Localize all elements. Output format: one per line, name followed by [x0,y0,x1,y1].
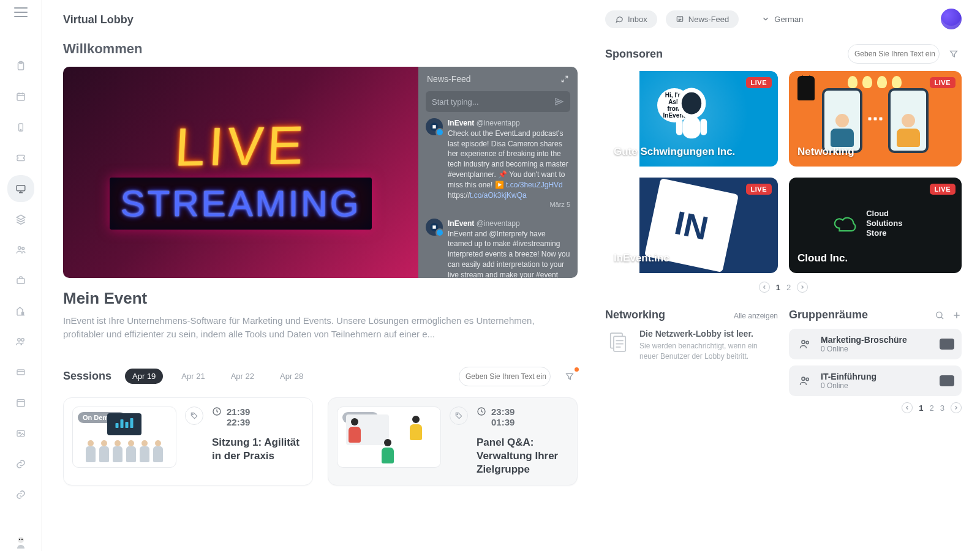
sponsor-filter-button[interactable] [946,46,962,62]
send-icon[interactable] [554,97,564,107]
pager-prev-button[interactable] [759,282,770,293]
expand-icon[interactable] [560,75,569,83]
group-room-item[interactable]: Marketing-Broschüre 0 Online [789,329,962,359]
event-description: InEvent ist Ihre Unternehmens-Software f… [63,314,541,341]
sponsors-heading: Sponsoren [605,48,663,61]
pager-page[interactable]: 1 [776,283,780,292]
calendar-nav-icon[interactable] [12,88,29,105]
chat-icon [615,15,624,23]
session-search-field[interactable] [466,372,557,381]
clock-icon [212,407,222,416]
newsfeed-label: News-Feed [688,15,729,24]
svg-point-36 [802,340,805,343]
session-date-tab[interactable]: Apr 22 [224,369,262,384]
link-nav-icon[interactable] [12,455,29,473]
hero-streaming-text: STREAMING [121,182,361,225]
welcome-heading: Willkommen [63,41,578,57]
post-author: InEvent [448,119,474,127]
grouprooms-add-button[interactable] [952,310,962,320]
pager-next-button[interactable] [797,282,808,293]
grouprooms-heading: Gruppenräume [789,309,868,321]
session-filter-button[interactable] [562,369,578,384]
building-nav-icon[interactable] [12,302,29,320]
svg-rect-11 [17,370,24,375]
tag-icon[interactable] [185,407,203,425]
ticket-nav-icon[interactable] [12,149,29,167]
layers-nav-icon[interactable] [12,211,29,228]
sponsor-card[interactable]: LIVE Cloud Solutions Store Cloud Inc. [789,178,962,273]
card-nav-icon[interactable] [12,364,29,381]
room-name: IT-Einführung [821,372,932,381]
newsfeed-chip[interactable]: News-Feed [666,10,739,28]
clipboard-nav-icon[interactable] [12,58,29,75]
virtual-lobby-nav-icon[interactable] [12,180,29,197]
schedule-nav-icon[interactable] [12,394,29,411]
session-card[interactable]: Beendet 23:39 01:39 [328,397,578,485]
sessions-heading: Sessions [63,370,111,383]
photo-nav-icon[interactable] [12,425,29,442]
session-search-input[interactable] [459,367,551,386]
tag-icon[interactable] [450,407,468,425]
feed-title: News-Feed [427,74,471,84]
group-room-item[interactable]: IT-Einführung 0 Online [789,365,962,396]
phone-nav-icon[interactable] [12,119,29,136]
svg-rect-30 [683,116,701,138]
camera-icon[interactable] [940,375,954,386]
pager-page[interactable]: 2 [786,283,791,292]
link2-nav-icon[interactable] [12,486,29,503]
page-title: Virtual Lobby [63,13,578,26]
sponsor-title: InEvent.inc [614,252,669,264]
session-title: Panel Q&A: Verwaltung Ihrer Zielgruppe [477,436,568,476]
session-card[interactable]: On Demand 21:39 22:39 [63,397,313,485]
pager-prev-button[interactable] [902,402,913,413]
bot-avatar-icon[interactable] [12,534,29,551]
svg-point-39 [806,378,809,380]
sponsor-title: Gute Schwingungen Inc. [614,146,735,158]
camera-icon[interactable] [940,339,954,350]
session-time-start: 21:39 [227,407,250,417]
news-feed-panel: News-Feed Start typing... InEve [418,67,578,278]
feed-post[interactable]: InEvent @ineventapp Check out the EventL… [426,118,570,210]
sponsor-card[interactable]: LIVE IN InEvent.inc [605,178,778,273]
grouprooms-search-button[interactable] [935,310,944,320]
sponsor-title: Networking [797,146,854,158]
sponsor-search-input[interactable] [848,44,940,64]
clock-icon [477,407,486,416]
svg-rect-32 [700,119,707,135]
inbox-chip[interactable]: Inbox [605,10,657,28]
sponsor-card[interactable]: LIVE Hi, I'm Ash from InEvent Gute Schwi… [605,71,778,167]
language-chip[interactable]: German [747,10,813,28]
svg-rect-2 [17,94,24,100]
post-handle: @ineventapp [477,219,520,228]
feed-compose-input[interactable]: Start typing... [426,91,570,112]
hamburger-menu[interactable] [14,7,28,17]
sponsor-search-field[interactable] [854,50,946,58]
hero-video-area[interactable]: LIVE STREAMING [63,67,418,278]
pager-page[interactable]: 2 [930,403,934,413]
session-date-tab[interactable]: Apr 21 [174,369,212,384]
session-date-tab[interactable]: Apr 19 [125,369,163,384]
sponsor-card[interactable]: LIVE Networking [789,71,962,167]
user-avatar[interactable] [941,9,962,29]
networking-showall-link[interactable]: Alle anzeigen [734,312,778,320]
empty-subtitle: Sie werden benachrichtigt, wenn ein neue… [639,341,778,362]
attendees-nav-icon[interactable] [12,333,29,350]
svg-point-35 [937,312,942,317]
group-nav-icon[interactable] [12,241,29,258]
svg-point-16 [18,539,20,540]
svg-point-37 [806,341,809,343]
svg-point-10 [21,339,24,342]
briefcase-nav-icon[interactable] [12,272,29,289]
pager-page[interactable]: 1 [919,403,923,413]
pager-page[interactable]: 3 [940,403,944,413]
post-avatar-icon [426,118,443,135]
language-label: German [774,15,803,24]
post-text: Check out the EventLand podcast's last e… [448,129,570,201]
session-date-tab[interactable]: Apr 28 [273,369,311,384]
svg-point-24 [457,413,458,414]
top-bar: Inbox News-Feed German [605,6,962,40]
post-avatar-icon [426,219,443,236]
pager-next-button[interactable] [951,402,962,413]
feed-post[interactable]: InEvent @ineventapp InEvent and @Interpr… [426,219,570,278]
newspaper-icon [676,15,684,23]
